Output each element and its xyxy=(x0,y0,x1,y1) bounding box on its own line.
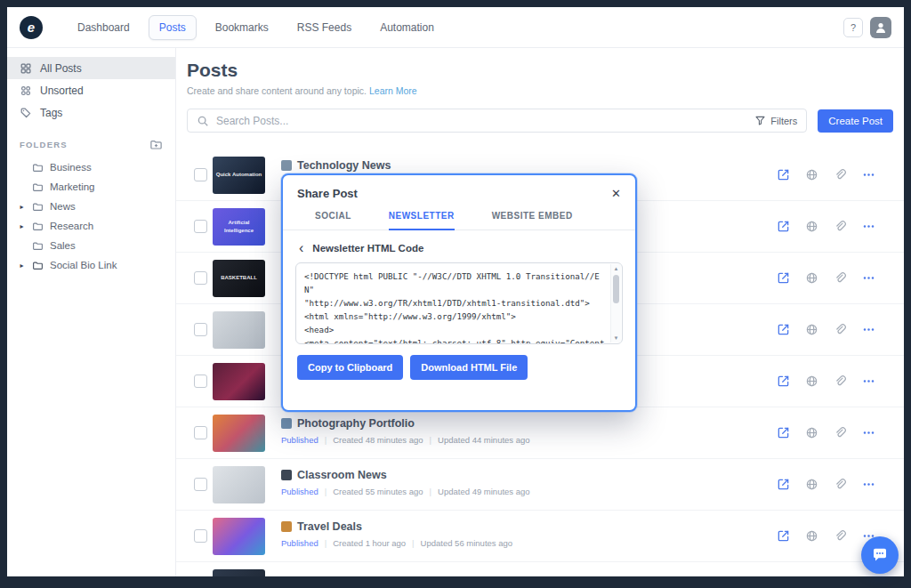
more-options-button[interactable] xyxy=(862,426,875,439)
globe-icon[interactable] xyxy=(805,323,818,336)
link-icon[interactable] xyxy=(834,271,847,285)
nav-bookmarks[interactable]: Bookmarks xyxy=(206,16,278,39)
tab-social[interactable]: SOCIAL xyxy=(315,211,351,230)
row-checkbox[interactable] xyxy=(194,168,207,181)
link-icon[interactable] xyxy=(834,375,847,388)
globe-icon[interactable] xyxy=(805,426,818,439)
folder-item-sales[interactable]: Sales xyxy=(7,236,175,255)
folder-item-news[interactable]: ▸ News xyxy=(7,197,175,216)
scroll-up-icon[interactable]: ▲ xyxy=(614,266,619,271)
nav-right: ? xyxy=(843,17,891,38)
tab-website-embed[interactable]: WEBSITE EMBED xyxy=(492,211,573,230)
post-thumbnail[interactable]: BASKETBALL xyxy=(213,260,265,297)
post-title[interactable]: Photography Portfolio xyxy=(297,417,415,430)
status-badge: Published xyxy=(281,435,318,445)
toolbar: Filters Create Post xyxy=(187,109,893,133)
post-thumbnail[interactable]: Quick Automation xyxy=(213,157,265,194)
post-thumbnail[interactable] xyxy=(213,569,265,577)
row-checkbox[interactable] xyxy=(194,478,207,491)
post-title[interactable]: Travel Deals xyxy=(297,520,362,533)
download-html-button[interactable]: Download HTML File xyxy=(410,355,528,380)
add-folder-button[interactable] xyxy=(149,138,163,151)
more-options-button[interactable] xyxy=(862,375,875,388)
sidebar-item-tags[interactable]: Tags xyxy=(7,101,175,124)
row-checkbox[interactable] xyxy=(194,271,207,285)
row-actions xyxy=(777,323,875,336)
learn-more-link[interactable]: Learn More xyxy=(369,85,417,96)
link-icon[interactable] xyxy=(834,478,847,491)
post-row[interactable] xyxy=(176,562,904,576)
share-stats-icon[interactable] xyxy=(777,271,790,285)
post-thumbnail[interactable] xyxy=(213,363,265,400)
share-stats-icon[interactable] xyxy=(777,220,790,233)
row-actions xyxy=(777,426,875,439)
row-actions xyxy=(777,529,875,543)
more-options-button[interactable] xyxy=(862,271,875,285)
link-icon[interactable] xyxy=(834,220,847,233)
folder-icon xyxy=(32,221,44,232)
row-checkbox[interactable] xyxy=(194,323,207,336)
sidebar-item-all-posts[interactable]: All Posts xyxy=(7,57,175,79)
more-options-button[interactable] xyxy=(862,323,875,336)
globe-icon[interactable] xyxy=(805,529,818,543)
nav-posts[interactable]: Posts xyxy=(149,15,197,40)
html-code-text[interactable]: <!DOCTYPE html PUBLIC "-//W3C//DTD XHTML… xyxy=(296,263,622,344)
share-stats-icon[interactable] xyxy=(777,426,790,439)
link-icon[interactable] xyxy=(834,323,847,336)
globe-icon[interactable] xyxy=(805,220,818,233)
copy-to-clipboard-button[interactable]: Copy to Clipboard xyxy=(297,355,403,380)
share-stats-icon[interactable] xyxy=(777,478,790,491)
row-checkbox[interactable] xyxy=(194,220,207,233)
row-checkbox[interactable] xyxy=(194,529,207,543)
row-actions xyxy=(777,478,875,491)
share-stats-icon[interactable] xyxy=(777,168,790,181)
more-options-button[interactable] xyxy=(862,478,875,491)
chat-support-button[interactable] xyxy=(861,536,899,574)
post-row[interactable]: Classroom News Published | Created 55 mi… xyxy=(176,459,904,511)
globe-icon[interactable] xyxy=(805,271,818,285)
nav-dashboard[interactable]: Dashboard xyxy=(68,16,140,39)
back-icon[interactable]: ‹ xyxy=(299,243,303,254)
post-thumbnail[interactable]: Artificial Intelligence xyxy=(213,208,265,246)
post-thumbnail[interactable] xyxy=(213,311,265,349)
share-stats-icon[interactable] xyxy=(777,375,790,388)
folder-item-marketing[interactable]: Marketing xyxy=(7,177,175,197)
share-stats-icon[interactable] xyxy=(777,529,790,543)
globe-icon[interactable] xyxy=(805,478,818,491)
nav-rss-feeds[interactable]: RSS Feeds xyxy=(287,16,361,39)
filters-button[interactable]: Filters xyxy=(754,115,797,126)
row-checkbox[interactable] xyxy=(194,375,207,388)
nav-automation[interactable]: Automation xyxy=(370,16,444,39)
close-icon[interactable]: ✕ xyxy=(611,188,621,199)
post-thumbnail[interactable] xyxy=(213,518,265,555)
folder-item-social-bio-link[interactable]: ▸ Social Bio Link xyxy=(7,255,175,275)
folder-item-business[interactable]: Business xyxy=(7,157,175,177)
help-button[interactable]: ? xyxy=(843,18,863,37)
more-options-button[interactable] xyxy=(862,168,875,181)
scrollbar-thumb[interactable] xyxy=(613,275,619,303)
row-actions xyxy=(777,271,875,285)
create-post-button[interactable]: Create Post xyxy=(818,109,893,133)
link-icon[interactable] xyxy=(834,529,847,543)
user-avatar[interactable] xyxy=(870,17,891,38)
folder-item-research[interactable]: ▸ Research xyxy=(7,216,175,236)
html-code-box[interactable]: <!DOCTYPE html PUBLIC "-//W3C//DTD XHTML… xyxy=(295,262,623,344)
brand-logo[interactable]: e xyxy=(20,16,43,39)
globe-icon[interactable] xyxy=(805,375,818,388)
tab-newsletter[interactable]: NEWSLETTER xyxy=(389,211,455,230)
globe-icon[interactable] xyxy=(805,168,818,181)
post-row[interactable]: Photography Portfolio Published | Create… xyxy=(176,407,904,459)
post-thumbnail[interactable] xyxy=(213,466,265,503)
post-thumbnail[interactable] xyxy=(213,415,265,452)
sidebar-item-unsorted[interactable]: Unsorted xyxy=(7,79,175,101)
row-checkbox[interactable] xyxy=(194,426,207,439)
share-stats-icon[interactable] xyxy=(777,323,790,336)
search-input[interactable] xyxy=(216,115,747,127)
more-options-button[interactable] xyxy=(862,220,875,233)
post-title[interactable]: Classroom News xyxy=(297,469,387,481)
scroll-down-icon[interactable]: ▼ xyxy=(614,335,619,341)
post-title[interactable]: Technology News xyxy=(297,159,391,172)
link-icon[interactable] xyxy=(834,426,847,439)
link-icon[interactable] xyxy=(834,168,847,181)
post-row[interactable]: Travel Deals Published | Created 1 hour … xyxy=(176,511,904,562)
